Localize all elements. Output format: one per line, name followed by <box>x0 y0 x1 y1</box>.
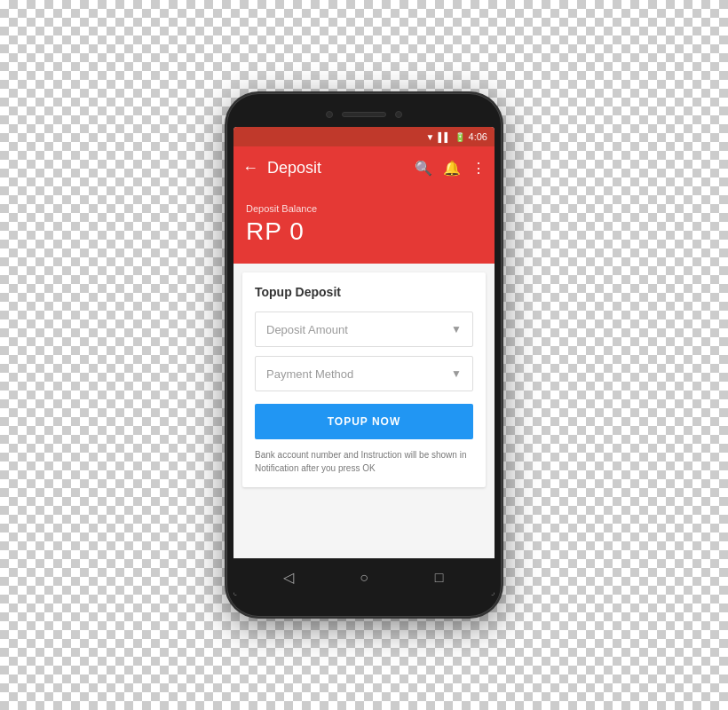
payment-method-arrow-icon: ▼ <box>451 367 462 380</box>
app-bar-actions: 🔍 🔔 ⋮ <box>415 160 486 177</box>
balance-label: Deposit Balance <box>246 203 482 214</box>
topup-now-button[interactable]: TOPUP NOW <box>255 404 473 439</box>
back-button[interactable]: ← <box>242 159 258 178</box>
recents-nav-button[interactable]: □ <box>423 562 455 594</box>
home-nav-button[interactable]: ○ <box>348 562 380 594</box>
app-bar-title: Deposit <box>267 159 406 178</box>
notification-icon[interactable]: 🔔 <box>443 160 461 177</box>
payment-method-dropdown[interactable]: Payment Method ▼ <box>255 356 473 391</box>
phone-bottom-bar <box>233 596 495 608</box>
info-text: Bank account number and Instruction will… <box>255 448 473 475</box>
battery-icon: 🔋 <box>455 132 465 142</box>
balance-amount: RP 0 <box>246 217 482 246</box>
balance-section: Deposit Balance RP 0 <box>233 189 495 264</box>
wifi-icon: ▼ <box>426 132 435 142</box>
back-nav-button[interactable]: ◁ <box>273 562 305 594</box>
status-time: 4:06 <box>469 131 487 142</box>
main-content: Topup Deposit Deposit Amount ▼ Payment M… <box>233 264 495 558</box>
card-title: Topup Deposit <box>255 285 473 299</box>
phone-screen: ▼ ▌▌ 🔋 4:06 ← Deposit 🔍 🔔 ⋮ Deposit Bala… <box>233 127 495 596</box>
phone-top-bar <box>233 102 495 127</box>
more-options-icon[interactable]: ⋮ <box>471 160 486 177</box>
payment-method-label: Payment Method <box>266 367 353 381</box>
deposit-amount-arrow-icon: ▼ <box>451 323 462 335</box>
bottom-navigation: ◁ ○ □ <box>233 558 495 596</box>
app-bar: ← Deposit 🔍 🔔 ⋮ <box>233 146 495 189</box>
front-sensor <box>395 111 402 118</box>
search-icon[interactable]: 🔍 <box>415 160 432 177</box>
signal-icon: ▌▌ <box>438 132 450 142</box>
deposit-amount-dropdown[interactable]: Deposit Amount ▼ <box>255 312 473 347</box>
front-camera <box>326 111 333 118</box>
phone-device: ▼ ▌▌ 🔋 4:06 ← Deposit 🔍 🔔 ⋮ Deposit Bala… <box>226 93 502 617</box>
topup-card: Topup Deposit Deposit Amount ▼ Payment M… <box>242 272 486 487</box>
speaker <box>342 112 386 117</box>
deposit-amount-label: Deposit Amount <box>266 323 348 336</box>
status-bar: ▼ ▌▌ 🔋 4:06 <box>233 127 495 146</box>
